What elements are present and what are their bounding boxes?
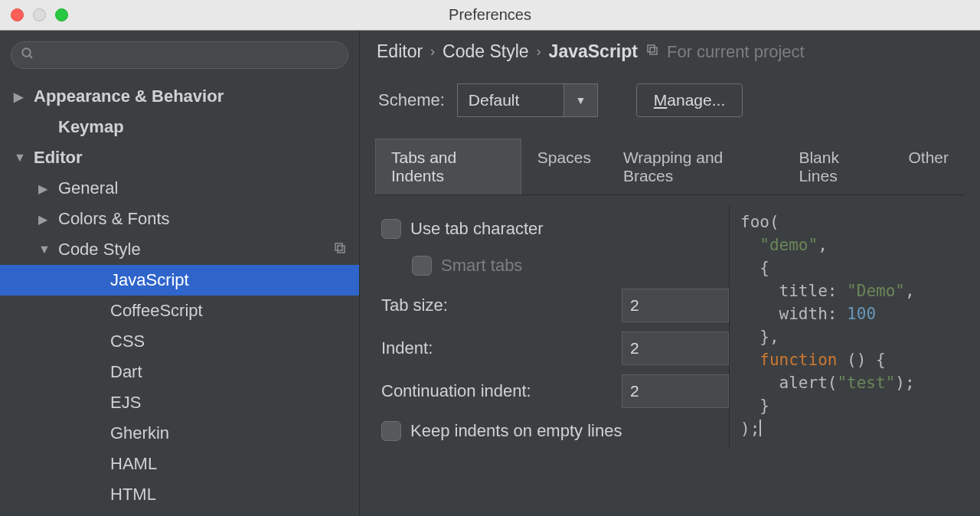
use-tab-label: Use tab character xyxy=(410,219,544,239)
tree-item-gherkin[interactable]: Gherkin xyxy=(0,418,359,449)
tabs: Tabs and IndentsSpacesWrapping and Brace… xyxy=(375,139,965,195)
continuation-input[interactable] xyxy=(622,374,729,408)
tree-item-label: EJS xyxy=(110,393,141,413)
tree-item-label: General xyxy=(58,178,118,198)
tree-item-label: Gherkin xyxy=(110,423,169,443)
indent-label: Indent: xyxy=(381,338,622,358)
keep-indents-label: Keep indents on empty lines xyxy=(410,421,622,441)
chevron-down-icon[interactable]: ▼ xyxy=(564,83,598,117)
search-icon xyxy=(21,47,34,64)
checkbox-icon xyxy=(412,256,432,276)
indent-input[interactable] xyxy=(622,331,729,365)
tree-item-dart[interactable]: Dart xyxy=(0,357,359,387)
chevron-right-icon: › xyxy=(430,44,435,60)
tab-size-label: Tab size: xyxy=(381,296,622,315)
tree-item-haml[interactable]: HAML xyxy=(0,449,359,479)
crumb-javascript: JavaScript xyxy=(549,41,638,62)
chevron-down-icon: ▼ xyxy=(38,243,58,256)
breadcrumb: Editor › Code Style › JavaScript For cur… xyxy=(377,41,965,62)
code-preview: foo( "demo", { title: "Demo", width: 100… xyxy=(729,206,965,449)
svg-rect-4 xyxy=(648,45,655,52)
search-input[interactable] xyxy=(11,41,348,69)
minimize-icon[interactable] xyxy=(33,8,46,21)
crumb-editor[interactable]: Editor xyxy=(377,41,423,62)
tree-item-keymap[interactable]: Keymap xyxy=(0,112,359,142)
svg-line-1 xyxy=(29,55,32,58)
svg-point-0 xyxy=(22,48,31,57)
chevron-right-icon: ▶ xyxy=(38,181,58,196)
tree-item-label: CoffeeScript xyxy=(110,301,203,321)
checkbox-icon[interactable] xyxy=(381,219,401,239)
tree-item-label: JavaScript xyxy=(110,270,189,290)
chevron-right-icon: › xyxy=(537,44,541,60)
scheme-value: Default xyxy=(457,83,564,117)
tree-item-html[interactable]: HTML xyxy=(0,479,359,510)
svg-rect-5 xyxy=(650,47,657,54)
tree-item-label: Keymap xyxy=(58,117,124,137)
settings-column: Use tab character Smart tabs Tab size: I… xyxy=(377,206,729,449)
tree-item-css[interactable]: CSS xyxy=(0,326,359,357)
chevron-right-icon: ▶ xyxy=(38,212,58,227)
tree-item-label: Dart xyxy=(110,362,142,382)
content-panel: Editor › Code Style › JavaScript For cur… xyxy=(360,31,980,516)
tree-item-ejs[interactable]: EJS xyxy=(0,387,359,418)
window-controls xyxy=(0,8,68,21)
tab-spaces[interactable]: Spaces xyxy=(521,139,607,194)
tree-item-appearance-behavior[interactable]: ▶Appearance & Behavior xyxy=(0,81,359,112)
chevron-down-icon: ▼ xyxy=(14,151,34,165)
tree-item-colors-fonts[interactable]: ▶Colors & Fonts xyxy=(0,204,359,234)
tree-item-label: CSS xyxy=(110,331,145,351)
project-scope-icon xyxy=(645,43,659,60)
tree-item-label: Appearance & Behavior xyxy=(34,87,224,106)
tree-item-editor[interactable]: ▼Editor xyxy=(0,142,359,173)
tree-item-javascript[interactable]: JavaScript xyxy=(0,265,359,296)
tab-blank-lines[interactable]: Blank Lines xyxy=(782,139,892,194)
tab-tabs-and-indents[interactable]: Tabs and Indents xyxy=(375,139,521,194)
text-cursor-icon xyxy=(760,420,761,436)
sidebar: ▶Appearance & BehaviorKeymap▼Editor▶Gene… xyxy=(0,31,360,516)
continuation-label: Continuation indent: xyxy=(381,381,622,401)
svg-rect-2 xyxy=(335,243,342,250)
tree-item-label: HAML xyxy=(110,454,157,474)
scheme-label: Scheme: xyxy=(378,90,445,110)
copy-icon[interactable] xyxy=(333,241,347,259)
tree-item-general[interactable]: ▶General xyxy=(0,173,359,204)
use-tab-checkbox-row[interactable]: Use tab character xyxy=(381,211,729,247)
scheme-select[interactable]: Default ▼ xyxy=(457,83,598,117)
svg-rect-3 xyxy=(338,246,345,253)
close-icon[interactable] xyxy=(11,8,24,21)
tab-wrapping-and-braces[interactable]: Wrapping and Braces xyxy=(607,139,783,194)
tree-item-label: Colors & Fonts xyxy=(58,209,170,229)
checkbox-icon[interactable] xyxy=(381,421,401,441)
tree-item-coffeescript[interactable]: CoffeeScript xyxy=(0,296,359,326)
tab-other[interactable]: Other xyxy=(892,139,965,194)
tree-item-label: Editor xyxy=(34,148,83,168)
titlebar: Preferences xyxy=(0,0,980,31)
tree-item-label: Code Style xyxy=(58,240,141,260)
tab-size-input[interactable] xyxy=(622,289,729,322)
project-scope-label: For current project xyxy=(667,42,805,62)
manage-label-rest: anage... xyxy=(667,91,725,109)
smart-tabs-checkbox-row: Smart tabs xyxy=(381,247,729,284)
zoom-icon[interactable] xyxy=(55,8,68,21)
keep-indents-checkbox-row[interactable]: Keep indents on empty lines xyxy=(381,413,729,449)
smart-tabs-label: Smart tabs xyxy=(441,256,522,276)
crumb-code-style[interactable]: Code Style xyxy=(443,41,529,62)
window-title: Preferences xyxy=(449,6,531,24)
manage-button[interactable]: Manage... xyxy=(636,83,743,117)
tree-item-code-style[interactable]: ▼Code Style xyxy=(0,234,359,265)
chevron-right-icon: ▶ xyxy=(14,90,34,104)
tree-item-label: HTML xyxy=(110,485,156,505)
